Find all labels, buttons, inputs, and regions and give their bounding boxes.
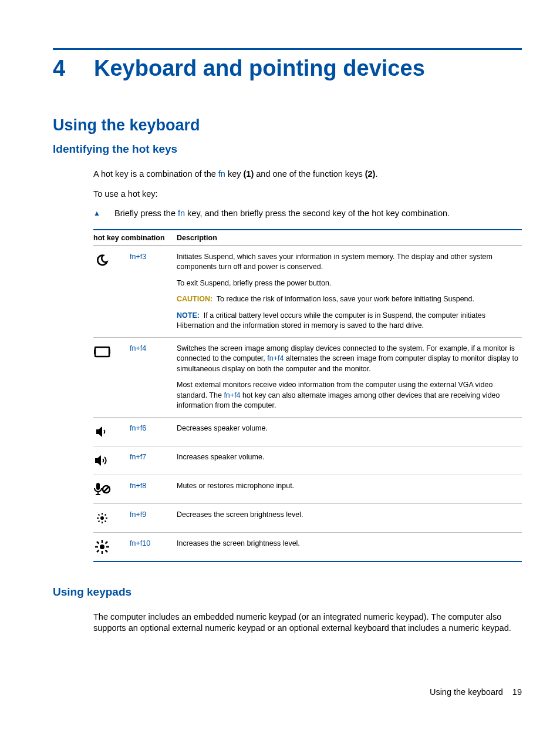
- fn-text: fn: [130, 424, 136, 432]
- plus: +: [136, 344, 140, 352]
- text: key, and then briefly press the second k…: [185, 209, 450, 218]
- hotkey-description: Increases the screen brightness level.: [177, 532, 522, 562]
- plus: +: [136, 539, 140, 547]
- fx-text: f10: [140, 539, 150, 547]
- hotkey-combo: fn+f8: [130, 475, 177, 503]
- hotkey-description: Mutes or restores microphone input.: [177, 475, 522, 503]
- plus: +: [274, 354, 278, 362]
- col-header-combo: hot key combination: [93, 230, 177, 246]
- svg-rect-1: [94, 350, 96, 354]
- chapter-heading: 4 Keyboard and pointing devices: [53, 56, 522, 81]
- fx-text: f4: [278, 354, 284, 362]
- col-header-description: Description: [177, 230, 522, 246]
- svg-line-18: [105, 514, 106, 515]
- hotkey-description: Switches the screen image among display …: [177, 337, 522, 417]
- desc-text: Initiates Suspend, which saves your info…: [177, 252, 518, 273]
- hotkey-combo: fn+f9: [130, 503, 177, 532]
- keypads-paragraph: The computer includes an embedded numeri…: [93, 611, 522, 634]
- plus: +: [136, 253, 140, 261]
- svg-line-17: [99, 520, 100, 522]
- body-content: The computer includes an embedded numeri…: [93, 611, 522, 634]
- table-row: fn+f10 Increases the screen brightness l…: [93, 532, 522, 562]
- note-label: NOTE:: [177, 311, 200, 320]
- desc-text: Switches the screen image among display …: [177, 344, 518, 375]
- table-row: fn+f7 Increases speaker volume.: [93, 446, 522, 475]
- brightness-down-icon: [93, 510, 111, 526]
- svg-line-27: [106, 542, 108, 544]
- chapter-rule: [53, 48, 522, 50]
- text: and one of the function keys: [254, 169, 365, 179]
- body-content: A hot key is a combination of the fn key…: [93, 169, 522, 562]
- table-row: fn+f9 Decreases the screen brightness le…: [93, 503, 522, 532]
- fn-text: fn: [130, 539, 136, 547]
- hotkey-description: Increases speaker volume.: [177, 446, 522, 475]
- ref-1: (1): [244, 169, 254, 179]
- plus: +: [136, 453, 140, 461]
- fn-key-text: fn: [218, 169, 225, 179]
- text: A hot key is a combination of the: [93, 169, 218, 179]
- fn-text: fn: [267, 354, 273, 362]
- text: key: [225, 169, 244, 179]
- step-text: Briefly press the fn key, and then brief…: [114, 208, 450, 220]
- plus: +: [136, 424, 140, 432]
- subsection-identifying-hot-keys: Identifying the hot keys: [53, 143, 522, 156]
- text: Briefly press the: [114, 209, 178, 218]
- plus: +: [136, 482, 140, 490]
- mic-mute-icon: [93, 481, 111, 498]
- subsection-using-keypads: Using keypads: [53, 586, 522, 599]
- volume-down-icon: [93, 424, 111, 440]
- svg-line-25: [106, 550, 108, 552]
- document-page: 4 Keyboard and pointing devices Using th…: [0, 0, 560, 726]
- hotkey-description: Initiates Suspend, which saves your info…: [177, 246, 522, 337]
- chapter-title: Keyboard and pointing devices: [94, 56, 425, 81]
- fx-text: f9: [140, 510, 146, 519]
- svg-line-24: [97, 542, 99, 544]
- brightness-up-icon: [93, 539, 111, 555]
- caution-block: CAUTION: To reduce the risk of informati…: [177, 294, 518, 305]
- fn-text: fn: [130, 453, 136, 461]
- fx-text: f4: [140, 344, 146, 352]
- section-using-keyboard: Using the keyboard: [53, 116, 522, 135]
- hotkey-description: Decreases the screen brightness level.: [177, 503, 522, 532]
- svg-line-15: [99, 514, 100, 515]
- volume-up-icon: [93, 452, 111, 469]
- desc-text: To exit Suspend, briefly press the power…: [177, 278, 518, 289]
- table-row: fn+f6 Decreases speaker volume.: [93, 417, 522, 446]
- svg-rect-2: [109, 350, 110, 354]
- svg-line-16: [105, 520, 106, 522]
- hotkey-combo: fn+f3: [130, 246, 177, 337]
- fx-text: f6: [140, 424, 146, 432]
- fx-text: f4: [234, 391, 240, 399]
- chapter-number: 4: [53, 56, 94, 81]
- desc-text: Most external monitors receive video inf…: [177, 380, 518, 411]
- hotkey-table: hot key combination Description fn+f3: [93, 229, 522, 562]
- svg-rect-0: [95, 347, 109, 357]
- hotkey-description: Decreases speaker volume.: [177, 417, 522, 446]
- moon-suspend-icon: [93, 252, 111, 268]
- svg-marker-4: [95, 455, 101, 466]
- intro-paragraph: A hot key is a combination of the fn key…: [93, 169, 522, 180]
- table-row: fn+f8 Mutes or restores microphone input…: [93, 475, 522, 503]
- fn-text: fn: [224, 391, 230, 399]
- svg-point-10: [100, 516, 104, 520]
- plus: +: [136, 510, 140, 519]
- hotkey-combo: fn+f7: [130, 446, 177, 475]
- fn-text: fn: [130, 510, 136, 519]
- fx-text: f7: [140, 453, 146, 461]
- svg-rect-5: [96, 483, 100, 490]
- svg-point-19: [100, 545, 104, 549]
- footer-page-number: 19: [512, 687, 522, 697]
- hotkey-combo: fn+f10: [130, 532, 177, 562]
- table-row: fn+f3 Initiates Suspend, which saves you…: [93, 246, 522, 337]
- svg-line-26: [97, 550, 99, 552]
- note-text: If a critical battery level occurs while…: [177, 311, 485, 330]
- fx-text: f8: [140, 482, 146, 490]
- hotkey-combo: fn+f6: [130, 417, 177, 446]
- table-row: fn+f4 Switches the screen image among di…: [93, 337, 522, 417]
- fn-key-text: fn: [178, 209, 185, 218]
- page-footer: Using the keyboard 19: [53, 687, 522, 697]
- caution-text: To reduce the risk of information loss, …: [217, 295, 474, 303]
- fx-text: f3: [140, 253, 146, 261]
- note-block: NOTE: If a critical battery level occurs…: [177, 311, 518, 331]
- ref-2: (2): [365, 169, 376, 179]
